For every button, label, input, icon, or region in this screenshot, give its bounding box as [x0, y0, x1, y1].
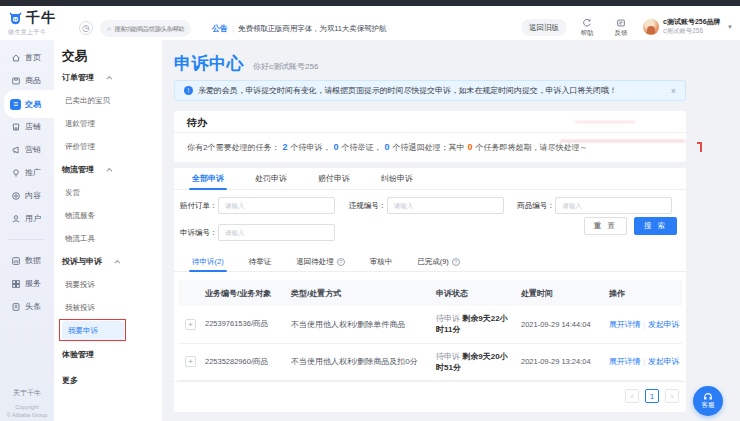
cell-business-id: 22535282960/商品	[200, 343, 286, 380]
question-icon: ?	[337, 258, 345, 266]
sidebar-item-home[interactable]: 首页	[0, 46, 54, 69]
main-content: 申诉中心 你好c测试账号256 ! 亲爱的会员，申诉提交时间有变化，请根据页面提…	[162, 40, 740, 421]
account-menu[interactable]: c测试账号256品牌 c测试账号256	[643, 17, 721, 36]
rail-divider	[8, 239, 44, 240]
tab-pending-appeal[interactable]: 待申诉(2)	[192, 252, 224, 271]
trade-icon	[10, 99, 21, 110]
col-status: 申诉状态	[431, 280, 516, 306]
sidebar-item-toutiao[interactable]: 头条	[0, 295, 54, 318]
sidebar-item-services[interactable]: 服务	[0, 272, 54, 295]
sidebar-item-goods[interactable]: 商品	[0, 69, 54, 92]
submenu-item-my-appeal[interactable]: 我要申诉	[62, 321, 124, 340]
submenu-item-more[interactable]: 更多	[62, 369, 162, 392]
copyright-line1: Copyright	[0, 403, 54, 411]
appeal-card: 全部申诉 处罚申诉 赔付申诉 纠纷申诉 赔付订单： 违规编号： 商品编号： 申诉…	[174, 168, 686, 412]
search-input[interactable]	[114, 26, 186, 32]
start-appeal-link[interactable]: 发起申诉	[648, 357, 679, 366]
group-order-management[interactable]: 订单管理	[62, 66, 162, 89]
logo-title: 千牛	[26, 9, 56, 27]
sidebar-item-shop[interactable]: 店铺	[0, 115, 54, 138]
submenu-item-ship[interactable]: 发货	[62, 181, 124, 204]
appeal-tabs: 全部申诉 处罚申诉 赔付申诉 纠纷申诉	[174, 168, 686, 190]
page-number[interactable]: 1	[645, 389, 659, 403]
submenu-item-logistics-tools[interactable]: 物流工具	[62, 227, 124, 250]
submenu-item-logistics-service[interactable]: 物流服务	[62, 204, 124, 227]
headset-icon	[703, 392, 713, 401]
customer-service-button[interactable]: 客服	[693, 386, 723, 416]
start-appeal-link[interactable]: 发起申诉	[648, 320, 679, 329]
todo-card: 待办 你有2个需要处理的任务：2个待申诉，0个待举证，0个待退回处理；其中0个任…	[174, 111, 686, 162]
annotation-red-corner	[697, 142, 702, 152]
sidebar-item-trade[interactable]: 交易	[4, 90, 54, 118]
sidebar-item-users[interactable]: 用户	[0, 207, 54, 230]
tab-returned[interactable]: 退回待处理?	[296, 252, 345, 271]
feedback-button[interactable]: 反馈	[608, 18, 634, 38]
expand-detail-link[interactable]: 展开详情	[609, 320, 640, 329]
shop-icon	[10, 121, 21, 132]
submenu-item-refund[interactable]: 退款管理	[62, 112, 124, 135]
chevron-up-icon	[106, 167, 112, 173]
submenu-item-complained[interactable]: 我被投诉	[62, 296, 124, 319]
sidebar-item-content[interactable]: 内容	[0, 184, 54, 207]
submenu-item-experience[interactable]: 体验管理	[62, 343, 162, 366]
status-tabs: 待申诉(2) 待举证 退回待处理? 审核中 已完成(9)?	[174, 252, 686, 272]
annotation-red-box	[59, 319, 126, 341]
announcement-text: 免费领取正版商用字体，为双11大卖保驾护航	[238, 24, 386, 34]
group-complaints-appeals[interactable]: 投诉与申诉	[62, 250, 162, 273]
top-header: 千牛 做生意上千牛 ◷ ⌕ 公告| 免费领取正版商用字体，为双11大卖保驾护航 …	[0, 6, 740, 40]
tab-compensation-appeals[interactable]: 赔付申诉	[318, 168, 350, 189]
violation-no-input[interactable]	[387, 197, 504, 214]
table-row: + 22539761536/商品 不当使用他人权利/删除单件商品 待申诉 剩余9…	[178, 306, 682, 343]
banner-close-icon[interactable]: ×	[671, 86, 676, 96]
account-subname: c测试账号256	[663, 27, 721, 36]
tab-punish-appeals[interactable]: 处罚申诉	[255, 168, 287, 189]
tab-dispute-appeals[interactable]: 纠纷申诉	[381, 168, 413, 189]
submenu-item-reviews[interactable]: 评价管理	[62, 135, 124, 158]
search-button[interactable]: 搜 索	[634, 217, 677, 235]
submenu-item-i-complain[interactable]: 我要投诉	[62, 273, 124, 296]
col-business-id: 业务编号/业务对象	[200, 280, 286, 306]
sidebar-item-data[interactable]: 数据	[0, 249, 54, 272]
tab-finished[interactable]: 已完成(9)?	[417, 252, 460, 271]
pin-icon	[10, 167, 21, 178]
group-logistics[interactable]: 物流管理	[62, 158, 162, 181]
appeal-no-input[interactable]	[218, 224, 335, 241]
reset-button[interactable]: 重 置	[584, 217, 627, 235]
page-title: 申诉中心	[174, 52, 244, 75]
expand-icon[interactable]: +	[185, 356, 196, 367]
cell-business-id: 22539761536/商品	[200, 306, 286, 343]
item-no-input[interactable]	[555, 197, 672, 214]
history-icon[interactable]: ◷	[79, 21, 93, 35]
submenu-item-sold-items[interactable]: 已卖出的宝贝	[62, 89, 124, 112]
help-button[interactable]: 帮助	[574, 18, 600, 38]
global-search[interactable]: ⌕	[100, 20, 191, 37]
tab-all-appeals[interactable]: 全部申诉	[192, 168, 224, 189]
compensation-order-input[interactable]	[218, 197, 335, 214]
notice-banner: ! 亲爱的会员，申诉提交时间有变化，请根据页面提示的时间尽快提交申诉，如未在规定…	[174, 80, 686, 101]
info-icon: !	[184, 86, 193, 95]
sidebar-item-promotion[interactable]: 推广	[0, 161, 54, 184]
copyright-line2: © Alibaba Group	[0, 411, 54, 419]
help-icon	[582, 18, 592, 28]
col-type: 类型/处置方式	[286, 280, 431, 306]
logo-tagline: 做生意上千牛	[8, 28, 56, 37]
expand-icon[interactable]: +	[185, 319, 196, 330]
search-form: 赔付订单： 违规编号： 商品编号： 申诉编号： 重 置 搜 索	[174, 190, 686, 252]
back-to-old-button[interactable]: 返回旧版	[521, 19, 567, 36]
question-icon: ?	[452, 258, 460, 266]
prev-page-button[interactable]: ‹	[625, 389, 639, 403]
tab-reviewing[interactable]: 审核中	[370, 252, 393, 271]
next-page-button[interactable]: ›	[665, 389, 679, 403]
sidebar-item-marketing[interactable]: 营销	[0, 138, 54, 161]
megaphone-icon	[10, 144, 21, 155]
pager-divider	[174, 381, 686, 382]
avatar	[643, 19, 659, 35]
chevron-up-icon	[114, 259, 120, 265]
announcement[interactable]: 公告| 免费领取正版商用字体，为双11大卖保驾护航	[212, 23, 386, 34]
secondary-sidebar: 交易 订单管理 已卖出的宝贝 退款管理 评价管理 物流管理 发货 物流服务 物流…	[54, 40, 162, 421]
field-label: 违规编号：	[349, 201, 387, 211]
expand-detail-link[interactable]: 展开详情	[609, 357, 640, 366]
about-qianniu-link[interactable]: 关于千牛	[0, 388, 54, 398]
tab-pending-evidence[interactable]: 待举证	[249, 252, 272, 271]
annotation-red-smudge	[575, 121, 635, 123]
